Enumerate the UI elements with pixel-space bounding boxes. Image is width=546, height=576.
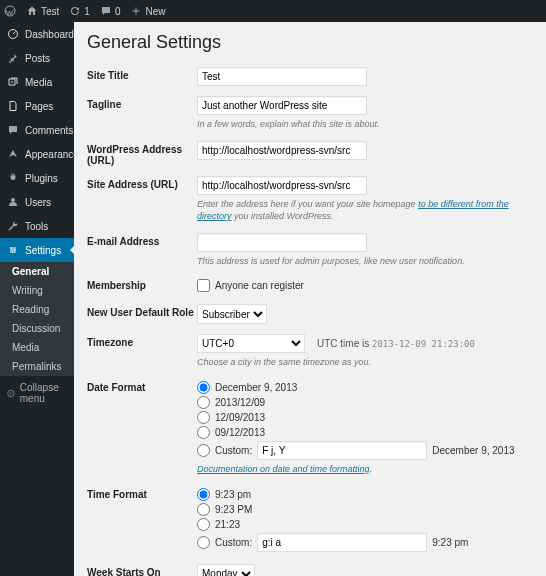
updates-count: 1	[84, 6, 90, 17]
site-title-input[interactable]	[197, 67, 367, 86]
collapse-menu[interactable]: Collapse menu	[0, 376, 74, 410]
admin-sidebar: Dashboard Posts Media Pages Comments App…	[0, 22, 74, 576]
time-opt-label: 9:23 PM	[215, 504, 252, 515]
svg-point-5	[14, 249, 16, 251]
main-content: General Settings Site Title Tagline In a…	[74, 22, 546, 576]
submenu-media[interactable]: Media	[0, 338, 74, 357]
wp-url-input[interactable]	[197, 141, 367, 160]
timezone-select[interactable]: UTC+0	[197, 334, 305, 353]
wp-url-label: WordPress Address (URL)	[87, 141, 197, 166]
home-icon	[26, 5, 38, 17]
date-custom-preview: December 9, 2013	[432, 445, 514, 456]
date-custom-label: Custom:	[215, 445, 252, 456]
new-content-link[interactable]: New	[130, 5, 165, 17]
sidebar-item-plugins[interactable]: Plugins	[0, 166, 74, 190]
date-format-radio-custom[interactable]	[197, 444, 210, 457]
sidebar-item-users[interactable]: Users	[0, 190, 74, 214]
appearance-icon	[7, 148, 19, 160]
site-name-link[interactable]: Test	[26, 5, 59, 17]
site-url-label: Site Address (URL)	[87, 176, 197, 190]
sidebar-item-label: Appearance	[25, 149, 79, 160]
svg-point-7	[8, 390, 14, 396]
membership-check-label: Anyone can register	[215, 280, 304, 291]
sidebar-item-label: Tools	[25, 221, 48, 232]
sidebar-item-posts[interactable]: Posts	[0, 46, 74, 70]
time-format-radio-0[interactable]	[197, 488, 210, 501]
date-opt-label: 09/12/2013	[215, 427, 265, 438]
time-custom-preview: 9:23 pm	[432, 537, 468, 548]
sidebar-item-media[interactable]: Media	[0, 70, 74, 94]
site-url-input[interactable]	[197, 176, 367, 195]
membership-label: Membership	[87, 277, 197, 291]
sidebar-item-label: Comments	[25, 125, 73, 136]
date-format-radio-2[interactable]	[197, 411, 210, 424]
sidebar-item-pages[interactable]: Pages	[0, 94, 74, 118]
time-custom-label: Custom:	[215, 537, 252, 548]
time-custom-input[interactable]	[257, 533, 427, 552]
sidebar-item-label: Pages	[25, 101, 53, 112]
dashboard-icon	[7, 28, 19, 40]
svg-point-4	[11, 247, 13, 249]
submenu-reading[interactable]: Reading	[0, 300, 74, 319]
submenu-general[interactable]: General	[0, 262, 74, 281]
update-icon	[69, 5, 81, 17]
users-icon	[7, 196, 19, 208]
wordpress-icon	[4, 5, 16, 17]
settings-submenu: General Writing Reading Discussion Media…	[0, 262, 74, 376]
date-doc-link[interactable]: Documentation on date and time formattin…	[197, 464, 370, 474]
date-opt-label: December 9, 2013	[215, 382, 297, 393]
site-name: Test	[41, 6, 59, 17]
timezone-desc: Choose a city in the same timezone as yo…	[197, 356, 533, 369]
media-icon	[7, 76, 19, 88]
comments-count: 0	[115, 6, 121, 17]
membership-checkbox[interactable]	[197, 279, 210, 292]
page-icon	[7, 100, 19, 112]
updates-link[interactable]: 1	[69, 5, 90, 17]
tagline-input[interactable]	[197, 96, 367, 115]
admin-bar: Test 1 0 New	[0, 0, 546, 22]
comments-icon	[7, 124, 19, 136]
date-custom-input[interactable]	[257, 441, 427, 460]
sidebar-item-dashboard[interactable]: Dashboard	[0, 22, 74, 46]
sidebar-item-tools[interactable]: Tools	[0, 214, 74, 238]
new-label: New	[145, 6, 165, 17]
comments-link[interactable]: 0	[100, 5, 121, 17]
plugin-icon	[7, 172, 19, 184]
sidebar-item-label: Media	[25, 77, 52, 88]
sidebar-item-settings[interactable]: Settings	[0, 238, 74, 262]
tagline-label: Tagline	[87, 96, 197, 110]
collapse-label: Collapse menu	[20, 382, 67, 404]
wp-logo[interactable]	[4, 5, 16, 17]
timezone-label: Timezone	[87, 334, 197, 348]
svg-point-3	[11, 198, 15, 202]
utc-time: UTC time is 2013-12-09 21:23:00	[317, 338, 475, 349]
submenu-writing[interactable]: Writing	[0, 281, 74, 300]
sidebar-item-label: Posts	[25, 53, 50, 64]
role-select[interactable]: Subscriber	[197, 304, 267, 324]
email-label: E-mail Address	[87, 233, 197, 247]
comment-icon	[100, 5, 112, 17]
plus-icon	[130, 5, 142, 17]
week-starts-select[interactable]: Monday	[197, 564, 255, 576]
email-input[interactable]	[197, 233, 367, 252]
date-format-radio-1[interactable]	[197, 396, 210, 409]
svg-point-6	[12, 251, 14, 253]
date-format-radio-0[interactable]	[197, 381, 210, 394]
svg-point-2	[11, 81, 13, 83]
site-url-desc: Enter the address here if you want your …	[197, 198, 533, 223]
week-starts-label: Week Starts On	[87, 564, 197, 576]
site-title-label: Site Title	[87, 67, 197, 81]
date-format-radio-3[interactable]	[197, 426, 210, 439]
sidebar-item-label: Users	[25, 197, 51, 208]
collapse-icon	[7, 388, 15, 399]
date-format-label: Date Format	[87, 379, 197, 393]
time-format-radio-2[interactable]	[197, 518, 210, 531]
sidebar-item-comments[interactable]: Comments	[0, 118, 74, 142]
submenu-permalinks[interactable]: Permalinks	[0, 357, 74, 376]
time-format-radio-custom[interactable]	[197, 536, 210, 549]
sidebar-item-label: Plugins	[25, 173, 58, 184]
tagline-desc: In a few words, explain what this site i…	[197, 118, 533, 131]
sidebar-item-appearance[interactable]: Appearance	[0, 142, 74, 166]
submenu-discussion[interactable]: Discussion	[0, 319, 74, 338]
time-format-radio-1[interactable]	[197, 503, 210, 516]
